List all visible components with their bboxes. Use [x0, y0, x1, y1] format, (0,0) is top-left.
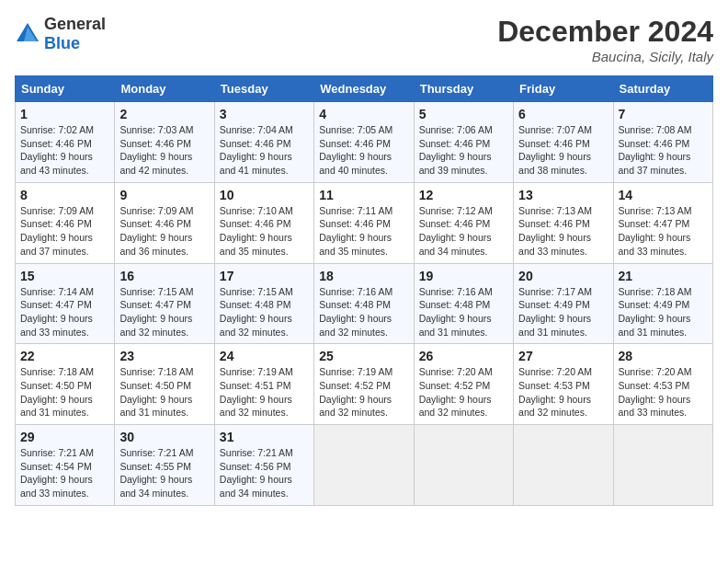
- calendar-cell: 15Sunrise: 7:14 AM Sunset: 4:47 PM Dayli…: [16, 263, 115, 344]
- day-info: Sunrise: 7:10 AM Sunset: 4:46 PM Dayligh…: [220, 204, 309, 259]
- calendar-cell: 19Sunrise: 7:16 AM Sunset: 4:48 PM Dayli…: [414, 263, 513, 344]
- calendar-cell: 31Sunrise: 7:21 AM Sunset: 4:56 PM Dayli…: [214, 425, 313, 506]
- page-header: General Blue December 2024 Baucina, Sici…: [15, 15, 713, 64]
- day-info: Sunrise: 7:21 AM Sunset: 4:55 PM Dayligh…: [119, 446, 209, 500]
- day-info: Sunrise: 7:07 AM Sunset: 4:46 PM Dayligh…: [518, 123, 608, 178]
- calendar-cell: [613, 425, 712, 506]
- calendar-cell: 21Sunrise: 7:18 AM Sunset: 4:49 PM Dayli…: [613, 263, 712, 344]
- day-info: Sunrise: 7:12 AM Sunset: 4:46 PM Dayligh…: [419, 204, 508, 259]
- day-number: 27: [518, 349, 608, 363]
- calendar-cell: 14Sunrise: 7:13 AM Sunset: 4:47 PM Dayli…: [613, 182, 712, 263]
- day-of-week-header: Saturday: [613, 76, 712, 102]
- day-info: Sunrise: 7:20 AM Sunset: 4:52 PM Dayligh…: [419, 365, 508, 419]
- day-info: Sunrise: 7:05 AM Sunset: 4:46 PM Dayligh…: [319, 123, 408, 178]
- day-number: 28: [619, 349, 708, 363]
- day-info: Sunrise: 7:08 AM Sunset: 4:46 PM Dayligh…: [619, 123, 708, 178]
- day-info: Sunrise: 7:18 AM Sunset: 4:50 PM Dayligh…: [119, 365, 209, 419]
- day-number: 4: [319, 107, 408, 121]
- calendar-week-row: 1Sunrise: 7:02 AM Sunset: 4:46 PM Daylig…: [16, 102, 713, 183]
- day-number: 23: [119, 349, 209, 363]
- day-number: 15: [20, 269, 109, 283]
- calendar-week-row: 15Sunrise: 7:14 AM Sunset: 4:47 PM Dayli…: [16, 263, 713, 344]
- day-info: Sunrise: 7:13 AM Sunset: 4:46 PM Dayligh…: [518, 204, 608, 259]
- day-number: 1: [20, 107, 109, 121]
- day-info: Sunrise: 7:15 AM Sunset: 4:48 PM Dayligh…: [220, 285, 309, 339]
- calendar-cell: 18Sunrise: 7:16 AM Sunset: 4:48 PM Dayli…: [314, 263, 414, 344]
- day-info: Sunrise: 7:19 AM Sunset: 4:51 PM Dayligh…: [220, 365, 309, 419]
- calendar-cell: 20Sunrise: 7:17 AM Sunset: 4:49 PM Dayli…: [514, 263, 613, 344]
- calendar-cell: 22Sunrise: 7:18 AM Sunset: 4:50 PM Dayli…: [16, 344, 115, 425]
- day-number: 18: [319, 269, 408, 283]
- day-info: Sunrise: 7:11 AM Sunset: 4:46 PM Dayligh…: [319, 204, 408, 259]
- day-info: Sunrise: 7:14 AM Sunset: 4:47 PM Dayligh…: [20, 285, 109, 339]
- calendar-cell: 17Sunrise: 7:15 AM Sunset: 4:48 PM Dayli…: [214, 263, 313, 344]
- calendar-week-row: 8Sunrise: 7:09 AM Sunset: 4:46 PM Daylig…: [16, 182, 713, 263]
- calendar-cell: 7Sunrise: 7:08 AM Sunset: 4:46 PM Daylig…: [613, 102, 712, 183]
- day-info: Sunrise: 7:16 AM Sunset: 4:48 PM Dayligh…: [419, 285, 508, 339]
- day-info: Sunrise: 7:09 AM Sunset: 4:46 PM Dayligh…: [119, 204, 209, 259]
- day-of-week-header: Tuesday: [214, 76, 313, 102]
- day-info: Sunrise: 7:21 AM Sunset: 4:54 PM Dayligh…: [20, 446, 109, 500]
- calendar-cell: 5Sunrise: 7:06 AM Sunset: 4:46 PM Daylig…: [414, 102, 513, 183]
- calendar-cell: 26Sunrise: 7:20 AM Sunset: 4:52 PM Dayli…: [414, 344, 513, 425]
- calendar-cell: 11Sunrise: 7:11 AM Sunset: 4:46 PM Dayli…: [314, 182, 414, 263]
- calendar-cell: [514, 425, 613, 506]
- day-number: 29: [20, 430, 109, 444]
- calendar-cell: 6Sunrise: 7:07 AM Sunset: 4:46 PM Daylig…: [514, 102, 613, 183]
- day-info: Sunrise: 7:20 AM Sunset: 4:53 PM Dayligh…: [518, 365, 608, 419]
- calendar-cell: 8Sunrise: 7:09 AM Sunset: 4:46 PM Daylig…: [16, 182, 115, 263]
- calendar-cell: 10Sunrise: 7:10 AM Sunset: 4:46 PM Dayli…: [214, 182, 313, 263]
- day-number: 25: [319, 349, 408, 363]
- calendar-cell: 2Sunrise: 7:03 AM Sunset: 4:46 PM Daylig…: [115, 102, 214, 183]
- calendar-location: Baucina, Sicily, Italy: [497, 49, 713, 64]
- day-number: 10: [220, 188, 309, 202]
- day-number: 6: [518, 107, 608, 121]
- calendar-cell: 29Sunrise: 7:21 AM Sunset: 4:54 PM Dayli…: [16, 425, 115, 506]
- day-of-week-header: Wednesday: [314, 76, 414, 102]
- day-of-week-header: Sunday: [16, 76, 115, 102]
- logo-text-blue: Blue: [44, 34, 80, 52]
- calendar-cell: 25Sunrise: 7:19 AM Sunset: 4:52 PM Dayli…: [314, 344, 414, 425]
- day-info: Sunrise: 7:20 AM Sunset: 4:53 PM Dayligh…: [619, 365, 708, 419]
- day-number: 20: [518, 269, 608, 283]
- day-number: 21: [619, 269, 708, 283]
- day-info: Sunrise: 7:09 AM Sunset: 4:46 PM Dayligh…: [20, 204, 109, 259]
- day-info: Sunrise: 7:17 AM Sunset: 4:49 PM Dayligh…: [518, 285, 608, 339]
- day-number: 13: [518, 188, 608, 202]
- calendar-cell: 24Sunrise: 7:19 AM Sunset: 4:51 PM Dayli…: [214, 344, 313, 425]
- calendar-cell: [314, 425, 414, 506]
- day-number: 26: [419, 349, 508, 363]
- day-of-week-header: Monday: [115, 76, 214, 102]
- calendar-cell: 4Sunrise: 7:05 AM Sunset: 4:46 PM Daylig…: [314, 102, 414, 183]
- calendar-cell: 30Sunrise: 7:21 AM Sunset: 4:55 PM Dayli…: [115, 425, 214, 506]
- day-of-week-header: Thursday: [414, 76, 513, 102]
- day-number: 22: [20, 349, 109, 363]
- day-info: Sunrise: 7:19 AM Sunset: 4:52 PM Dayligh…: [319, 365, 408, 419]
- logo: General Blue: [15, 15, 106, 53]
- day-number: 3: [220, 107, 309, 121]
- day-info: Sunrise: 7:04 AM Sunset: 4:46 PM Dayligh…: [220, 123, 309, 178]
- day-number: 5: [419, 107, 508, 121]
- calendar-cell: 12Sunrise: 7:12 AM Sunset: 4:46 PM Dayli…: [414, 182, 513, 263]
- day-number: 16: [119, 269, 209, 283]
- day-info: Sunrise: 7:02 AM Sunset: 4:46 PM Dayligh…: [20, 123, 109, 178]
- day-number: 11: [319, 188, 408, 202]
- day-info: Sunrise: 7:18 AM Sunset: 4:49 PM Dayligh…: [619, 285, 708, 339]
- calendar-table: SundayMondayTuesdayWednesdayThursdayFrid…: [15, 75, 713, 506]
- calendar-cell: 13Sunrise: 7:13 AM Sunset: 4:46 PM Dayli…: [514, 182, 613, 263]
- calendar-cell: 27Sunrise: 7:20 AM Sunset: 4:53 PM Dayli…: [514, 344, 613, 425]
- day-info: Sunrise: 7:16 AM Sunset: 4:48 PM Dayligh…: [319, 285, 408, 339]
- calendar-cell: 3Sunrise: 7:04 AM Sunset: 4:46 PM Daylig…: [214, 102, 313, 183]
- day-number: 2: [119, 107, 209, 121]
- day-number: 24: [220, 349, 309, 363]
- day-info: Sunrise: 7:21 AM Sunset: 4:56 PM Dayligh…: [220, 446, 309, 500]
- day-info: Sunrise: 7:15 AM Sunset: 4:47 PM Dayligh…: [119, 285, 209, 339]
- calendar-cell: 9Sunrise: 7:09 AM Sunset: 4:46 PM Daylig…: [115, 182, 214, 263]
- calendar-cell: 1Sunrise: 7:02 AM Sunset: 4:46 PM Daylig…: [16, 102, 115, 183]
- day-info: Sunrise: 7:03 AM Sunset: 4:46 PM Dayligh…: [119, 123, 209, 178]
- day-info: Sunrise: 7:13 AM Sunset: 4:47 PM Dayligh…: [619, 204, 708, 259]
- logo-icon: [15, 21, 40, 47]
- calendar-cell: 23Sunrise: 7:18 AM Sunset: 4:50 PM Dayli…: [115, 344, 214, 425]
- day-of-week-header: Friday: [514, 76, 613, 102]
- calendar-header-row: SundayMondayTuesdayWednesdayThursdayFrid…: [16, 76, 713, 102]
